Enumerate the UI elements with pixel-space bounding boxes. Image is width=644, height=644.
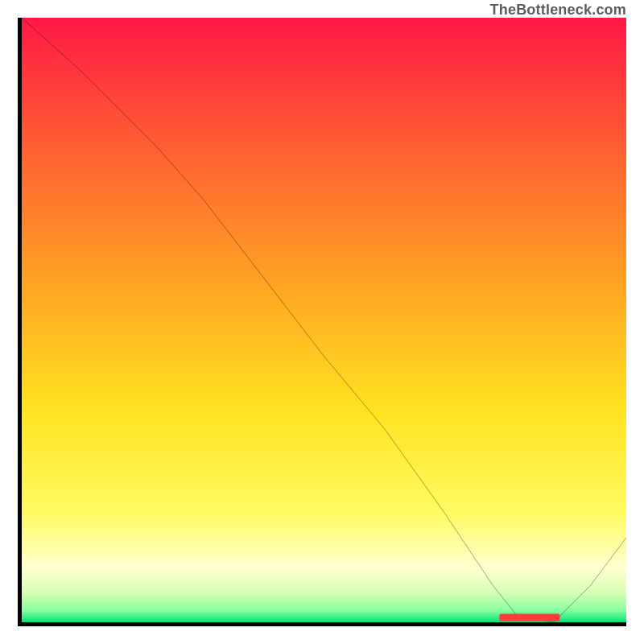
- plot-frame: [18, 18, 626, 626]
- plot-area: [22, 18, 626, 622]
- chart-container: TheBottleneck.com: [0, 0, 644, 644]
- gradient-background: [22, 18, 626, 622]
- attribution-label: TheBottleneck.com: [490, 2, 626, 19]
- chart-svg: [22, 18, 626, 622]
- optimum-marker: [499, 613, 559, 621]
